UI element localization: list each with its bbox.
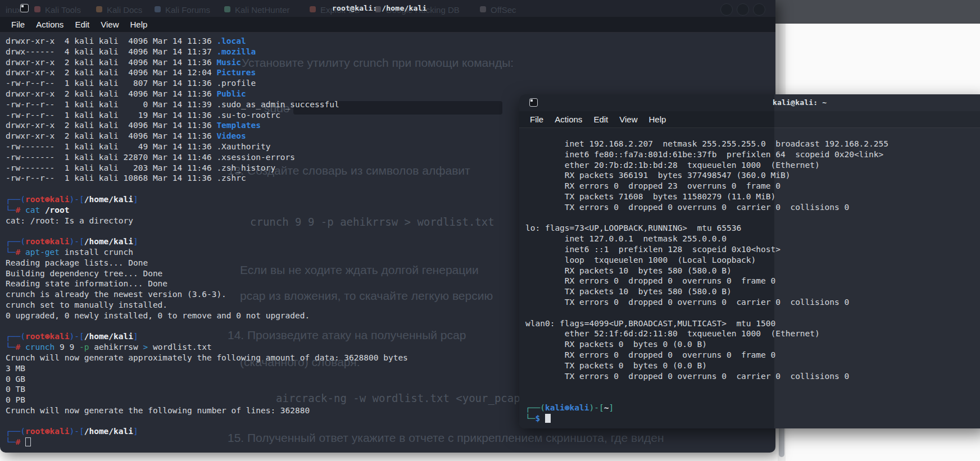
menu-item-edit[interactable]: Edit xyxy=(75,20,89,29)
browser-scrollbar-thumb[interactable] xyxy=(779,426,784,457)
terminal-kali-menubar: FileActionsEditViewHelp xyxy=(519,111,980,128)
terminal-line: RX packets 0 bytes 0 (0.0 B) xyxy=(525,339,980,350)
terminal-root-title: root@kali: /home/kali xyxy=(332,4,427,12)
terminal-line: -rw-r--r-- 1 kali kali 807 Mar 14 11:36 … xyxy=(6,78,775,89)
terminal-line: RX packets 10 bytes 580 (580.0 B) xyxy=(525,266,980,276)
bookmark-item: OffSec xyxy=(491,5,516,15)
bookmark-item: Kali Forums xyxy=(165,5,210,15)
menu-item-actions[interactable]: Actions xyxy=(36,20,63,29)
terminal-kali-content[interactable]: inet 192.168.2.207 netmask 255.255.255.0… xyxy=(519,128,980,426)
window-minimize-button[interactable] xyxy=(720,3,733,16)
terminal-line: loop txqueuelen 1000 (Local Loopback) xyxy=(525,255,980,266)
terminal-line xyxy=(525,381,980,392)
terminal-line: TX errors 0 dropped 0 overruns 0 carrier… xyxy=(525,297,980,308)
terminal-line: └─# xyxy=(6,437,775,448)
terminal-line: drwx------ 4 kali kali 4096 Mar 14 11:37… xyxy=(6,47,775,57)
terminal-line xyxy=(525,213,980,223)
terminal-line xyxy=(525,392,980,403)
bookmark-icon xyxy=(96,6,102,12)
bookmark-item: Kali Tools xyxy=(45,5,81,15)
terminal-line: drwxr-xr-x 2 kali kali 4096 Mar 14 11:36… xyxy=(6,57,775,68)
terminal-line: TX errors 0 dropped 0 overruns 0 carrier… xyxy=(525,202,980,213)
bookmark-item: Kali Docs xyxy=(107,5,142,15)
window-maximize-button[interactable] xyxy=(737,3,749,16)
terminal-line: inet6 ::1 prefixlen 128 scopeid 0x10<hos… xyxy=(525,244,980,255)
bookmark-icon xyxy=(480,6,486,12)
menu-item-help[interactable]: Help xyxy=(648,115,666,124)
menu-item-view[interactable]: View xyxy=(101,20,119,29)
terminal-line: ether 52:1f:6d:d2:11:80 txqueuelen 1000 … xyxy=(525,328,980,339)
terminal-kali-lines: inet 192.168.2.207 netmask 255.255.255.0… xyxy=(525,139,980,424)
terminal-line: RX errors 0 dropped 0 overruns 0 frame 0 xyxy=(525,350,980,360)
terminal-line: RX packets 366191 bytes 377498547 (360.0… xyxy=(525,170,980,181)
terminal-cursor xyxy=(545,414,551,423)
terminal-line: drwxr-xr-x 4 kali kali 4096 Mar 14 11:36… xyxy=(6,36,775,47)
terminal-line: RX errors 0 dropped 23 overruns 0 frame … xyxy=(525,181,980,191)
bookmark-item: inux xyxy=(6,5,21,15)
menu-item-file[interactable]: File xyxy=(11,20,25,29)
bookmark-item: Kali NetHunter xyxy=(235,5,290,15)
terminal-line: RX errors 0 dropped 0 overruns 0 frame 0 xyxy=(525,276,980,286)
terminal-line xyxy=(525,308,980,318)
menu-item-help[interactable]: Help xyxy=(130,20,147,29)
terminal-line: ┌──(kali⊛kali)-[~] xyxy=(525,403,980,413)
terminal-line: TX errors 0 dropped 0 overruns 0 carrier… xyxy=(525,371,980,382)
menu-item-actions[interactable]: Actions xyxy=(555,115,582,124)
bookmark-icon xyxy=(224,6,230,12)
bookmark-icon xyxy=(310,6,316,12)
bookmark-icon xyxy=(34,6,40,12)
bookmark-icon xyxy=(155,6,161,12)
terminal-line: inet 127.0.0.1 netmask 255.0.0.0 xyxy=(525,234,980,244)
window-close-button[interactable] xyxy=(753,3,765,16)
terminal-line: inet6 fe80::fa7a:801d:61be:37fb prefixle… xyxy=(525,149,980,160)
terminal-line: TX packets 10 bytes 580 (580.0 B) xyxy=(525,286,980,297)
terminal-line: inet 192.168.2.207 netmask 255.255.255.0… xyxy=(525,139,980,149)
terminal-line: ether 20:7b:d2:1b:bd:28 txqueuelen 1000 … xyxy=(525,160,980,171)
terminal-line: └─$ xyxy=(525,413,980,424)
terminal-icon xyxy=(20,4,29,12)
terminal-root-titlebar[interactable]: inuxKali ToolsKali DocsKali ForumsKali N… xyxy=(0,0,775,17)
terminal-line: lo: flags=73<UP,LOOPBACK,RUNNING> mtu 65… xyxy=(525,223,980,234)
terminal-line: TX packets 71608 bytes 11580279 (11.0 Mi… xyxy=(525,191,980,202)
terminal-icon xyxy=(529,98,538,107)
terminal-kali-title: kali@kali: ~ xyxy=(773,98,827,107)
terminal-line: wlan0: flags=4099<UP,BROADCAST,MULTICAST… xyxy=(525,318,980,329)
menu-item-edit[interactable]: Edit xyxy=(593,115,608,124)
terminal-line: drwxr-xr-x 2 kali kali 4096 Mar 14 12:04… xyxy=(6,67,775,78)
terminal-line: TX packets 0 bytes 0 (0.0 B) xyxy=(525,360,980,371)
menu-item-file[interactable]: File xyxy=(530,115,543,124)
terminal-window-kali: kali@kali: ~ FileActionsEditViewHelp ine… xyxy=(519,94,980,428)
menu-item-view[interactable]: View xyxy=(619,115,637,124)
desktop: результат inuxKali ToolsKali DocsKali Fo… xyxy=(0,0,980,461)
terminal-kali-titlebar[interactable]: kali@kali: ~ xyxy=(519,94,980,111)
terminal-cursor xyxy=(25,437,31,446)
terminal-root-menubar: FileActionsEditViewHelp xyxy=(0,17,775,33)
